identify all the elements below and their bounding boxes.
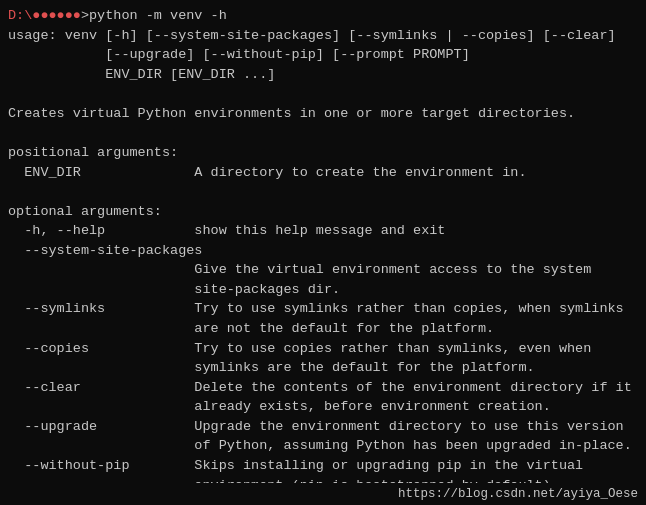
prompt-redacted: ●●●●●● [32,8,81,23]
bottom-bar: https://blog.csdn.net/ayiya_Oese [0,483,646,505]
opt-system-site-desc1: Give the virtual environment access to t… [8,260,638,280]
opt-args-header: optional arguments: [8,202,638,222]
opt-help: -h, --help show this help message and ex… [8,221,638,241]
opt-copies-desc: symlinks are the default for the platfor… [8,358,638,378]
pos-args-header: positional arguments: [8,143,638,163]
opt-system-site: --system-site-packages [8,241,638,261]
usage-line: usage: venv [-h] [--system-site-packages… [8,26,638,46]
opt-system-site-desc2: site-packages dir. [8,280,638,300]
opt-upgrade: --upgrade Upgrade the environment direct… [8,417,638,437]
opt-clear: --clear Delete the contents of the envir… [8,378,638,398]
blank2 [8,123,638,143]
usage-line3: ENV_DIR [ENV_DIR ...] [8,65,638,85]
opt-clear-desc: already exists, before environment creat… [8,397,638,417]
opt-copies: --copies Try to use copies rather than s… [8,339,638,359]
opt-upgrade-desc: of Python, assuming Python has been upgr… [8,436,638,456]
pos-args-envdir: ENV_DIR A directory to create the enviro… [8,163,638,183]
prompt-cmd: >python -m venv -h [81,8,227,23]
prompt-path: D:\ [8,8,32,23]
opt-symlinks-desc: are not the default for the platform. [8,319,638,339]
terminal-window: D:\●●●●●●>python -m venv -h usage: venv … [0,0,646,505]
blank3 [8,182,638,202]
blank1 [8,84,638,104]
usage-line2: [--upgrade] [--without-pip] [--prompt PR… [8,45,638,65]
opt-without-pip: --without-pip Skips installing or upgrad… [8,456,638,476]
prompt-line: D:\●●●●●●>python -m venv -h [8,6,638,26]
desc-line: Creates virtual Python environments in o… [8,104,638,124]
opt-symlinks: --symlinks Try to use symlinks rather th… [8,299,638,319]
watermark: https://blog.csdn.net/ayiya_Oese [398,487,638,501]
terminal-content: D:\●●●●●●>python -m venv -h usage: venv … [8,6,638,505]
